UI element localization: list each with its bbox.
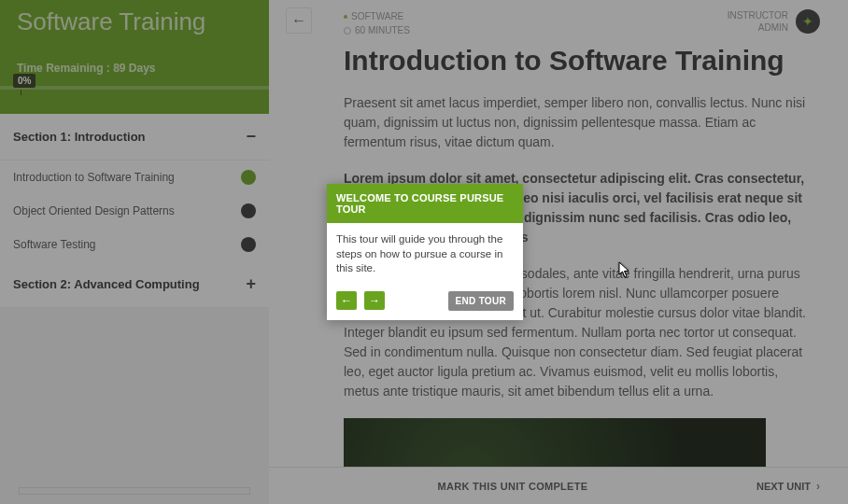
- mouse-cursor-icon: [618, 261, 631, 278]
- tour-next-button[interactable]: →: [364, 291, 385, 310]
- tour-actions: ← → END TOUR: [327, 286, 523, 320]
- tour-end-button[interactable]: END TOUR: [448, 291, 514, 311]
- arrow-left-icon: ←: [341, 294, 352, 307]
- tour-title: WELCOME TO COURSE PURSUE TOUR: [327, 184, 523, 223]
- arrow-right-icon: →: [369, 294, 380, 307]
- tour-prev-button[interactable]: ←: [336, 291, 357, 310]
- tour-popover: WELCOME TO COURSE PURSUE TOUR This tour …: [327, 184, 523, 320]
- tour-body: This tour will guide you through the ste…: [327, 223, 523, 286]
